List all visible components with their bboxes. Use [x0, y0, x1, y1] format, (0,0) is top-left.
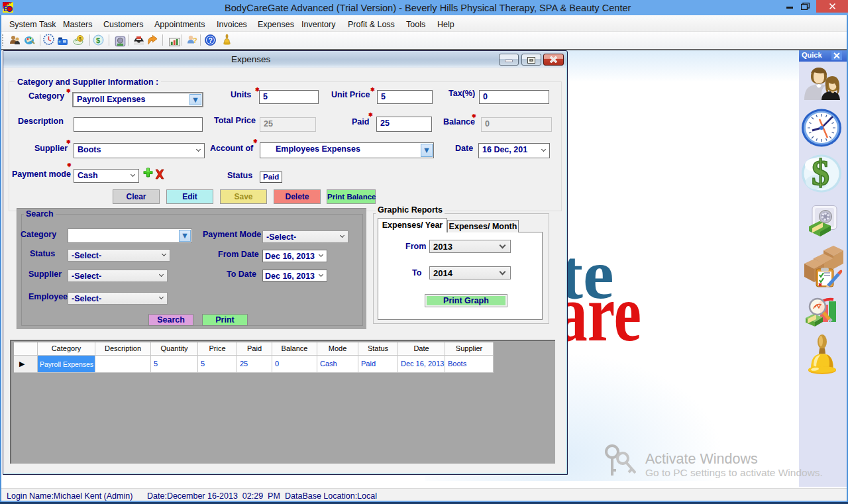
svg-text:?: ? — [209, 36, 213, 44]
svg-text:$: $ — [812, 154, 829, 193]
svg-text:$: $ — [79, 36, 81, 42]
svg-text:$: $ — [96, 36, 100, 44]
svg-text:?: ? — [193, 36, 197, 44]
